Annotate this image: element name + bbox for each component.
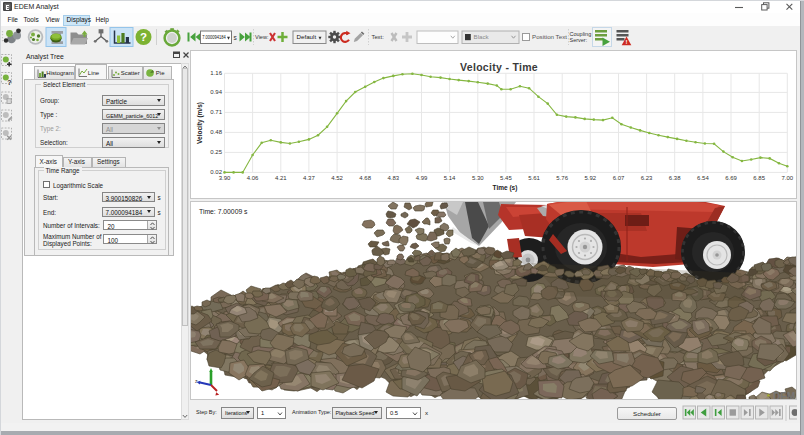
svg-text:0.94: 0.94 bbox=[210, 89, 222, 95]
svg-text:Velocity (m/s): Velocity (m/s) bbox=[196, 102, 204, 144]
svg-text:5.92: 5.92 bbox=[584, 175, 596, 181]
svg-text:DEM: DEM bbox=[773, 391, 795, 399]
svg-text:3.90: 3.90 bbox=[219, 175, 231, 181]
svg-text:4.52: 4.52 bbox=[331, 175, 343, 181]
svg-text:5.30: 5.30 bbox=[472, 175, 484, 181]
svg-text:6.54: 6.54 bbox=[697, 175, 709, 181]
svg-text:Server:: Server: bbox=[570, 37, 588, 43]
svg-text:5.76: 5.76 bbox=[556, 175, 568, 181]
svg-text:4.68: 4.68 bbox=[359, 175, 371, 181]
svg-text:4.99: 4.99 bbox=[416, 175, 428, 181]
svg-text:6.85: 6.85 bbox=[753, 175, 765, 181]
svg-text:Text:: Text: bbox=[372, 34, 385, 40]
svg-text:5.14: 5.14 bbox=[444, 175, 456, 181]
svg-text:5.45: 5.45 bbox=[500, 175, 512, 181]
svg-text:0.02: 0.02 bbox=[210, 169, 222, 175]
svg-text:0.25: 0.25 bbox=[210, 149, 222, 155]
svg-text:Black: Black bbox=[474, 33, 490, 40]
svg-text:7.00: 7.00 bbox=[781, 175, 793, 181]
svg-text:4.06: 4.06 bbox=[247, 175, 259, 181]
svg-text:6.69: 6.69 bbox=[725, 175, 737, 181]
svg-text:?: ? bbox=[7, 79, 11, 86]
svg-text:0.71: 0.71 bbox=[210, 109, 222, 115]
svg-text:4.83: 4.83 bbox=[387, 175, 399, 181]
svg-text:Coupling: Coupling bbox=[570, 31, 592, 37]
svg-text:5.61: 5.61 bbox=[528, 175, 540, 181]
svg-text:4.37: 4.37 bbox=[303, 175, 315, 181]
svg-text:z: z bbox=[195, 378, 198, 384]
svg-text:6.23: 6.23 bbox=[641, 175, 653, 181]
svg-text:7.000094184: 7.000094184 bbox=[202, 34, 226, 40]
svg-text:4.21: 4.21 bbox=[275, 175, 287, 181]
svg-text:Time (s): Time (s) bbox=[493, 184, 518, 192]
svg-text:Position Text: Position Text bbox=[532, 33, 567, 40]
svg-text:6.07: 6.07 bbox=[613, 175, 625, 181]
svg-text:6.38: 6.38 bbox=[669, 175, 681, 181]
svg-text:Default: Default bbox=[297, 33, 317, 40]
svg-text:!: ! bbox=[626, 39, 628, 45]
svg-text:View:: View: bbox=[255, 34, 269, 40]
svg-text:Velocity - Time: Velocity - Time bbox=[460, 61, 538, 73]
svg-text:?: ? bbox=[140, 31, 147, 43]
svg-text:0.48: 0.48 bbox=[210, 129, 222, 135]
svg-text:s: s bbox=[234, 34, 238, 41]
svg-text:1.16: 1.16 bbox=[210, 70, 222, 76]
